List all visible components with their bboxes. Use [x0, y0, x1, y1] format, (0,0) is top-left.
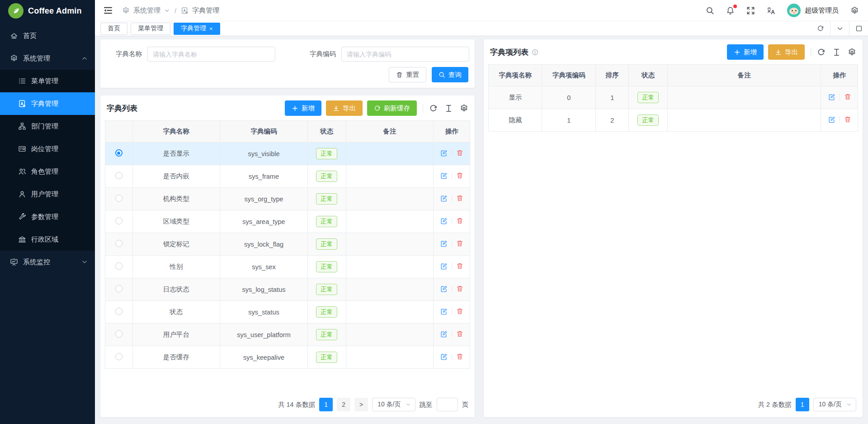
refresh-page-button[interactable] [811, 21, 830, 36]
row-radio[interactable] [115, 149, 123, 157]
page-size-select[interactable]: 10 条/页 [372, 398, 415, 411]
table-row[interactable]: 是否内嵌 sys_frame 正常 [105, 165, 470, 188]
table-row[interactable]: 锁定标记 sys_lock_flag 正常 [105, 233, 470, 256]
delete-trash-icon[interactable] [456, 195, 463, 202]
delete-trash-icon[interactable] [456, 172, 463, 179]
tab-options-button[interactable] [830, 21, 849, 36]
table-row[interactable]: 隐藏 1 2 正常 [489, 109, 858, 132]
tab-menu-mgmt[interactable]: 菜单管理 [131, 23, 170, 35]
edit-icon[interactable] [440, 195, 448, 202]
edit-icon[interactable] [440, 217, 448, 225]
table-row[interactable]: 日志状态 sys_log_status 正常 [105, 278, 470, 301]
table-settings-gear-icon[interactable] [848, 48, 856, 57]
query-button[interactable]: 查询 [432, 67, 468, 82]
delete-trash-icon[interactable] [844, 116, 851, 123]
table-row[interactable]: 机构类型 sys_org_type 正常 [105, 188, 470, 210]
fullscreen-icon[interactable] [746, 6, 755, 15]
edit-icon[interactable] [828, 116, 835, 124]
maximize-content-button[interactable] [849, 21, 868, 36]
edit-icon[interactable] [440, 262, 448, 270]
chevron-down-icon[interactable] [164, 8, 170, 14]
sidebar-item-home[interactable]: 首页 [0, 24, 95, 47]
delete-trash-icon[interactable] [456, 149, 463, 157]
delete-trash-icon[interactable] [456, 240, 463, 247]
edit-icon[interactable] [440, 308, 448, 315]
add-dict-item-button[interactable]: 新增 [727, 44, 764, 60]
settings-gear-icon[interactable] [850, 6, 859, 15]
sidebar-item-admin-region[interactable]: 行政区域 [0, 228, 95, 251]
delete-trash-icon[interactable] [456, 308, 463, 315]
row-radio[interactable] [115, 195, 123, 202]
reset-button[interactable]: 重置 [389, 67, 426, 82]
table-row[interactable]: 区域类型 sys_area_type 正常 [105, 210, 470, 233]
edit-icon[interactable] [440, 240, 448, 248]
table-settings-gear-icon[interactable] [460, 104, 468, 113]
export-dict-button[interactable]: 导出 [326, 100, 363, 116]
row-radio[interactable] [115, 240, 123, 247]
row-height-icon[interactable] [444, 104, 453, 113]
jump-page-input[interactable] [437, 398, 458, 411]
table-row[interactable]: 状态 sys_status 正常 [105, 301, 470, 324]
row-radio[interactable] [115, 285, 123, 292]
row-height-icon[interactable] [832, 48, 841, 57]
page-button-1[interactable]: 1 [796, 398, 809, 411]
column-header: 字典项名称 [489, 65, 542, 86]
page-button-2[interactable]: 2 [337, 398, 350, 411]
refresh-table-icon[interactable] [429, 104, 438, 113]
tab-dict-mgmt[interactable]: 字典管理 × [174, 23, 220, 35]
app-logo[interactable]: Coffee Admin [0, 0, 95, 22]
tab-home[interactable]: 首页 [100, 23, 127, 35]
export-dict-item-button[interactable]: 导出 [768, 44, 805, 60]
sidebar-item-menu-mgmt[interactable]: 菜单管理 [0, 70, 95, 92]
sidebar-item-dept-mgmt[interactable]: 部门管理 [0, 115, 95, 138]
notifications-button[interactable] [726, 6, 735, 15]
dict-code-cell: sys_area_type [220, 210, 308, 233]
sidebar-item-sys-monitor[interactable]: 系统监控 [0, 251, 95, 273]
delete-trash-icon[interactable] [456, 330, 463, 338]
search-icon[interactable] [706, 6, 714, 15]
column-header: 状态 [307, 121, 346, 143]
delete-trash-icon[interactable] [456, 262, 463, 270]
page-button-1[interactable]: 1 [319, 398, 333, 411]
table-row[interactable]: 是否缓存 sys_keepalive 正常 [105, 346, 470, 369]
page-size-select[interactable]: 10 条/页 [813, 398, 856, 411]
breadcrumb-level1[interactable]: 系统管理 [133, 6, 160, 15]
sidebar-item-role-mgmt[interactable]: 角色管理 [0, 160, 95, 183]
sidebar-collapse-icon[interactable] [103, 5, 113, 15]
refresh-cache-button[interactable]: 刷新缓存 [367, 100, 417, 116]
user-menu[interactable]: 超级管理员 [787, 4, 839, 17]
close-icon[interactable]: × [209, 26, 213, 32]
delete-trash-icon[interactable] [456, 217, 463, 224]
delete-trash-icon[interactable] [456, 285, 463, 292]
edit-icon[interactable] [440, 285, 448, 293]
sidebar-item-user-mgmt[interactable]: 用户管理 [0, 183, 95, 205]
row-radio[interactable] [115, 330, 123, 338]
dict-code-input[interactable] [341, 47, 469, 62]
dict-name-input[interactable] [147, 47, 275, 62]
delete-trash-icon[interactable] [456, 353, 463, 360]
add-dict-button[interactable]: 新增 [285, 100, 321, 116]
next-page-button[interactable]: > [354, 398, 368, 411]
refresh-icon [817, 25, 824, 32]
edit-icon[interactable] [440, 172, 448, 180]
row-radio[interactable] [115, 172, 123, 179]
row-radio[interactable] [115, 308, 123, 315]
sidebar-item-system[interactable]: 系统管理 [0, 47, 95, 70]
table-row[interactable]: 用户平台 sys_user_platform 正常 [105, 324, 470, 346]
sidebar-item-dict-mgmt[interactable]: 字典管理 [0, 92, 95, 115]
delete-trash-icon[interactable] [844, 93, 851, 100]
table-row[interactable]: 性别 sys_sex 正常 [105, 256, 470, 278]
row-radio[interactable] [115, 217, 123, 224]
edit-icon[interactable] [828, 93, 835, 101]
edit-icon[interactable] [440, 149, 448, 157]
translate-icon[interactable] [767, 6, 775, 15]
table-row[interactable]: 是否显示 sys_visible 正常 [105, 143, 470, 165]
sidebar-item-post-mgmt[interactable]: 岗位管理 [0, 138, 95, 160]
edit-icon[interactable] [440, 330, 448, 338]
sidebar-item-param-mgmt[interactable]: 参数管理 [0, 205, 95, 228]
refresh-table-icon[interactable] [817, 48, 826, 57]
table-row[interactable]: 显示 0 1 正常 [489, 86, 858, 109]
row-radio[interactable] [115, 353, 123, 360]
edit-icon[interactable] [440, 353, 448, 361]
row-radio[interactable] [115, 262, 123, 270]
